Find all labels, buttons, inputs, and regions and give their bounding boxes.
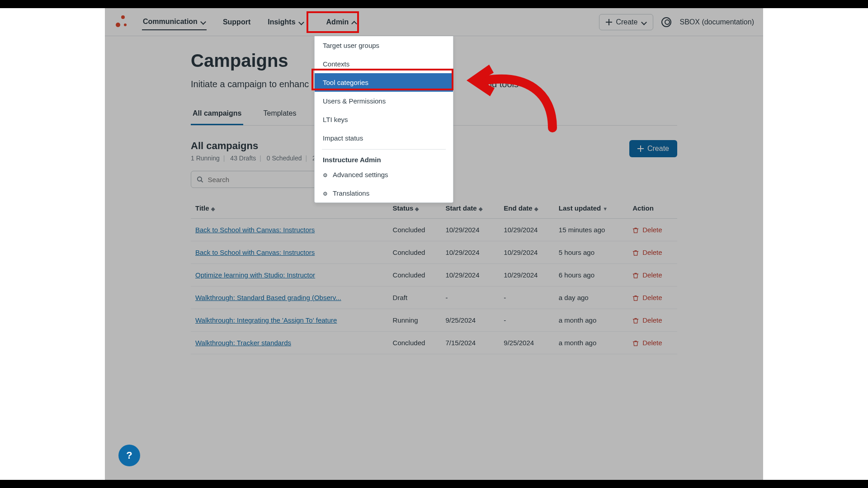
table-row[interactable]: Back to School with Canvas: InstructorsC… [191, 241, 677, 264]
trash-icon [632, 295, 639, 301]
cell-status: Concluded [388, 332, 441, 354]
cell-status: Concluded [388, 241, 441, 264]
chevron-up-icon [351, 19, 357, 25]
delete-button[interactable]: Delete [632, 226, 673, 234]
cell-action: Delete [628, 241, 677, 264]
create-campaign-label: Create [647, 145, 669, 153]
trash-icon [632, 249, 639, 256]
cell-action: Delete [628, 219, 677, 241]
dd-users-permissions[interactable]: Users & Permissions [315, 92, 453, 110]
table-row[interactable]: Walkthrough: Standard Based grading (Obs… [191, 286, 677, 309]
cell-start: 9/25/2024 [441, 309, 499, 332]
cell-status: Concluded [388, 219, 441, 241]
cell-status: Running [388, 309, 441, 332]
nav-admin-label: Admin [326, 18, 349, 26]
trash-icon [632, 340, 639, 346]
env-label: SBOX (documentation) [679, 18, 754, 26]
cell-status: Draft [388, 286, 441, 309]
cell-end: 9/25/2024 [499, 332, 554, 354]
cell-end: 10/29/2024 [499, 241, 554, 264]
chevron-down-icon [298, 19, 304, 25]
table-row[interactable]: Back to School with Canvas: InstructorsC… [191, 219, 677, 241]
trash-icon [632, 317, 639, 324]
search-input-wrapper[interactable] [191, 171, 329, 188]
dd-contexts[interactable]: Contexts [315, 55, 453, 73]
delete-button[interactable]: Delete [632, 294, 673, 301]
cell-end: - [499, 309, 554, 332]
chevron-down-icon [641, 19, 646, 25]
cell-status: Concluded [388, 264, 441, 286]
table-row[interactable]: Optimize learning with Studio: Instructo… [191, 264, 677, 286]
cell-title: Back to School with Canvas: Instructors [191, 241, 388, 264]
nav-communication[interactable]: Communication [142, 14, 207, 30]
plus-icon [637, 145, 644, 152]
search-icon [197, 176, 203, 183]
dd-impact-status[interactable]: Impact status [315, 129, 453, 147]
campaign-stats: 1 Running| 43 Drafts| 0 Scheduled| 27 C [191, 155, 326, 162]
table-row[interactable]: Walkthrough: Tracker standardsConcluded7… [191, 332, 677, 354]
delete-button[interactable]: Delete [632, 271, 673, 279]
admin-dropdown: Target user groups Contexts Tool categor… [314, 36, 453, 203]
dd-instructure-admin-header: Instructure Admin [315, 151, 453, 165]
dd-target-user-groups[interactable]: Target user groups [315, 36, 453, 55]
cell-action: Delete [628, 264, 677, 286]
help-button[interactable]: ? [118, 445, 140, 466]
table-row[interactable]: Walkthrough: Integrating the 'Assign To'… [191, 309, 677, 332]
nav-support[interactable]: Support [222, 14, 251, 30]
cell-title: Back to School with Canvas: Instructors [191, 219, 388, 241]
chevron-down-icon [200, 19, 206, 24]
nav-support-label: Support [223, 18, 250, 26]
cell-updated: 15 minutes ago [554, 219, 628, 241]
section-title: All campaigns [191, 140, 326, 152]
cell-end: 10/29/2024 [499, 264, 554, 286]
cell-end: - [499, 286, 554, 309]
cell-title: Optimize learning with Studio: Instructo… [191, 264, 388, 286]
cell-title: Walkthrough: Tracker standards [191, 332, 388, 354]
search-input[interactable] [208, 176, 323, 183]
nav-insights-label: Insights [268, 18, 295, 26]
help-icon: ? [126, 450, 132, 461]
cell-start: - [441, 286, 499, 309]
campaign-link[interactable]: Walkthrough: Tracker standards [195, 339, 291, 347]
tab-templates[interactable]: Templates [261, 103, 298, 125]
cell-title: Walkthrough: Standard Based grading (Obs… [191, 286, 388, 309]
cell-action: Delete [628, 332, 677, 354]
cell-start: 10/29/2024 [441, 264, 499, 286]
campaign-link[interactable]: Optimize learning with Studio: Instructo… [195, 271, 315, 279]
trash-icon [632, 227, 639, 233]
delete-button[interactable]: Delete [632, 339, 673, 347]
campaign-link[interactable]: Walkthrough: Standard Based grading (Obs… [195, 294, 341, 301]
tab-all-campaigns[interactable]: All campaigns [191, 103, 243, 125]
nav-create-label: Create [616, 18, 637, 26]
user-icon[interactable] [661, 17, 671, 27]
top-nav: Communication Support Insights Admin [105, 8, 763, 36]
dd-translations[interactable]: ⚙Translations [315, 184, 453, 202]
dd-advanced-settings[interactable]: ⚙Advanced settings [315, 165, 453, 184]
cell-updated: 5 hours ago [554, 241, 628, 264]
col-updated[interactable]: Last updated▼ [554, 198, 628, 219]
dd-lti-keys[interactable]: LTI keys [315, 110, 453, 129]
delete-button[interactable]: Delete [632, 249, 673, 256]
cell-title: Walkthrough: Integrating the 'Assign To'… [191, 309, 388, 332]
cell-action: Delete [628, 286, 677, 309]
cell-start: 7/15/2024 [441, 332, 499, 354]
app-logo [114, 15, 127, 29]
col-action: Action [628, 198, 677, 219]
campaign-link[interactable]: Back to School with Canvas: Instructors [195, 226, 315, 234]
nav-communication-label: Communication [143, 18, 198, 26]
dd-tool-categories[interactable]: Tool categories [315, 73, 453, 92]
create-campaign-button[interactable]: Create [629, 140, 677, 157]
svg-line-1 [201, 181, 203, 183]
nav-insights[interactable]: Insights [267, 14, 304, 30]
cell-start: 10/29/2024 [441, 241, 499, 264]
nav-admin[interactable]: Admin [320, 14, 363, 30]
campaign-link[interactable]: Walkthrough: Integrating the 'Assign To'… [195, 316, 337, 324]
cell-action: Delete [628, 309, 677, 332]
cell-updated: a month ago [554, 309, 628, 332]
campaign-link[interactable]: Back to School with Canvas: Instructors [195, 249, 315, 256]
campaigns-table: Title◆ Status◆ Start date◆ End date◆ Las… [191, 198, 677, 354]
col-end[interactable]: End date◆ [499, 198, 554, 219]
cell-updated: 6 hours ago [554, 264, 628, 286]
nav-create-button[interactable]: Create [599, 14, 653, 30]
delete-button[interactable]: Delete [632, 316, 673, 324]
